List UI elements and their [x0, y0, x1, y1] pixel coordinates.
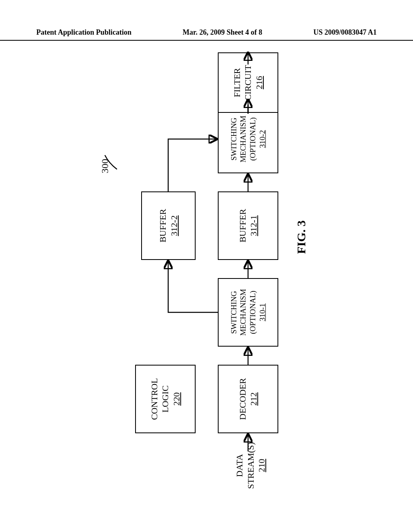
header-center: Mar. 26, 2009 Sheet 4 of 8 [183, 28, 262, 37]
header-right: US 2009/0083047 A1 [313, 28, 377, 37]
connectors-2 [36, 52, 377, 492]
header-left: Patent Application Publication [36, 28, 131, 37]
page-header: Patent Application Publication Mar. 26, … [0, 28, 413, 41]
figure-3: DATA STREAM(S) 210 300 CONTROL LOGIC 220… [36, 52, 377, 492]
